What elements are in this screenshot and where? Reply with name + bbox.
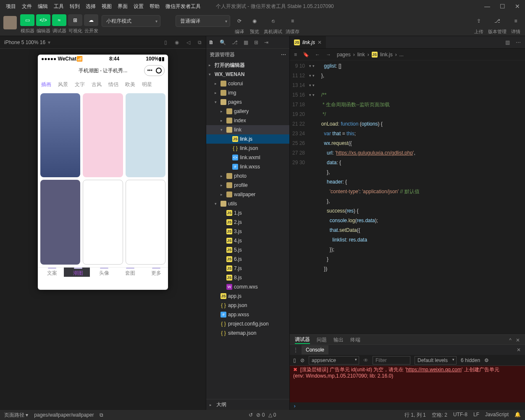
indent-info[interactable]: 空格: 2 xyxy=(432,412,447,419)
terminal-tab[interactable]: 终端 xyxy=(350,336,360,344)
clear-console-icon[interactable]: ▯ xyxy=(293,357,296,363)
error-link[interactable]: https://mp.weixin.qq.com xyxy=(406,367,462,373)
status-errors[interactable]: ⊘ 0 xyxy=(256,412,265,418)
language[interactable]: JavaScript xyxy=(485,412,509,419)
remote-debug-icon[interactable]: ⎋ xyxy=(267,15,279,27)
tree-item[interactable]: Wcomm.wxs xyxy=(206,282,289,291)
menu-item[interactable]: 项目 xyxy=(3,1,18,12)
tree-item[interactable]: JS6.js xyxy=(206,255,289,264)
output-tab[interactable]: 输出 xyxy=(333,336,344,344)
menu-item[interactable]: 视图 xyxy=(99,1,114,12)
breadcrumb[interactable]: pages›link›JSlink.js›... xyxy=(337,52,404,58)
visual-button[interactable]: ⊞ xyxy=(68,14,82,26)
tabbar-item[interactable]: 头像 xyxy=(90,268,116,277)
outline-section[interactable]: ▸大纲 xyxy=(206,399,289,410)
minimize-icon[interactable]: ― xyxy=(483,3,491,10)
hidden-count[interactable]: 6 hidden xyxy=(461,357,480,363)
console-eye-icon[interactable]: ⊘ xyxy=(300,357,304,363)
tree-item[interactable]: JS2.js xyxy=(206,218,289,227)
context-dropdown[interactable]: appservice xyxy=(309,356,359,365)
chevron-up-icon[interactable]: ^ xyxy=(509,337,512,343)
maximize-icon[interactable]: ☐ xyxy=(498,3,507,10)
ext3-icon[interactable]: ⇥ xyxy=(264,39,268,45)
wallpaper-card[interactable] xyxy=(126,93,165,177)
tree-item[interactable]: ▸photo xyxy=(206,171,289,181)
close-icon[interactable]: ✕ xyxy=(513,3,522,10)
console-tab[interactable]: Console xyxy=(302,345,328,354)
tree-item[interactable]: JS8.js xyxy=(206,273,289,282)
project-section[interactable]: ▾WX_WENAN xyxy=(206,70,289,79)
tree-item[interactable]: ▸img xyxy=(206,88,289,97)
tabbar-item[interactable]: 套图 xyxy=(116,268,142,277)
wallpaper-card[interactable] xyxy=(83,93,123,177)
menu-item[interactable]: 转到 xyxy=(67,1,82,12)
more-icon[interactable]: ⋯ xyxy=(516,39,521,45)
status-sync-icon[interactable]: ↺ xyxy=(249,412,253,418)
tab-close-icon[interactable]: ✕ xyxy=(318,39,322,45)
debugger-tab[interactable]: 调试器 xyxy=(295,336,310,344)
files-icon[interactable]: 🗎 xyxy=(209,39,214,45)
page-tab[interactable]: 欧美 xyxy=(125,81,135,88)
page-path[interactable]: pages/wallpaper/wallpaper xyxy=(34,412,94,418)
tree-item[interactable]: #app.wxss xyxy=(206,310,289,319)
compile-dropdown[interactable]: 普通编译 xyxy=(176,15,230,27)
sim-mute-icon[interactable]: ◁ xyxy=(186,39,190,45)
tree-item[interactable]: JSapp.js xyxy=(206,291,289,301)
tree-item[interactable]: JS5.js xyxy=(206,245,289,255)
explorer-menu-icon[interactable]: ⋯ xyxy=(281,52,286,58)
wallpaper-card[interactable] xyxy=(126,180,165,265)
version-icon[interactable]: ⎇ xyxy=(491,15,503,27)
bookmark-icon[interactable]: 🔖 xyxy=(303,52,309,58)
tree-item[interactable]: #link.wxss xyxy=(206,162,289,171)
compile-icon[interactable]: ⟳ xyxy=(234,15,245,27)
menu-item[interactable]: 设置 xyxy=(131,1,146,12)
status-warns[interactable]: △ 0 xyxy=(268,412,276,418)
editor-tab[interactable]: JS link.js ✕ xyxy=(290,36,326,48)
ext2-icon[interactable]: ⊞ xyxy=(254,39,258,45)
menu-item[interactable]: 微信开发者工具 xyxy=(163,1,203,12)
encoding[interactable]: UTF-8 xyxy=(453,412,467,419)
list-icon[interactable]: ≡ xyxy=(294,52,297,58)
cloud-button[interactable]: ☁ xyxy=(84,14,98,26)
tree-item[interactable]: ▸gallery xyxy=(206,107,289,116)
editor-button[interactable]: </> xyxy=(36,14,50,26)
tree-item[interactable]: ▸profile xyxy=(206,181,289,190)
capsule[interactable]: ••• xyxy=(144,65,165,76)
tabbar-item[interactable]: 潮图 xyxy=(64,268,90,277)
tree-item[interactable]: JS4.js xyxy=(206,236,289,245)
menu-item[interactable]: 界面 xyxy=(115,1,130,12)
console-collapse-icon[interactable]: ⋮ xyxy=(290,347,302,353)
mode-dropdown[interactable]: 小程序模式 xyxy=(102,15,160,27)
panel-close-icon[interactable]: ✕ xyxy=(516,337,520,343)
branch-icon[interactable]: ⎇ xyxy=(232,39,238,45)
console-gear-icon[interactable]: ⚙ xyxy=(484,357,489,363)
code-editor[interactable]: 9 10 11 12 13 14 15 16 17 18 19 20 21 22… xyxy=(290,60,525,334)
tree-item[interactable]: JS7.js xyxy=(206,264,289,273)
bell-icon[interactable]: 🔔 xyxy=(514,412,521,419)
tree-item[interactable]: JSlink.js xyxy=(206,134,289,144)
avatar[interactable] xyxy=(3,16,17,29)
forward-icon[interactable]: → xyxy=(326,52,331,58)
clear-cache-icon[interactable]: ≡ xyxy=(287,15,299,27)
tree-item[interactable]: ▸colorui xyxy=(206,79,289,88)
tree-item[interactable]: ▸wallpaper xyxy=(206,190,289,199)
tree-item[interactable]: ▾link xyxy=(206,125,289,134)
tree-item[interactable]: JS1.js xyxy=(206,208,289,218)
preview-icon[interactable]: ◉ xyxy=(249,15,260,27)
simulator-button[interactable]: ▭ xyxy=(20,14,34,26)
page-tab[interactable]: 风景 xyxy=(58,81,68,88)
console-prompt[interactable]: › xyxy=(290,402,525,410)
page-tab[interactable]: 古风 xyxy=(92,81,102,88)
page-tab[interactable]: 插画 xyxy=(41,81,51,88)
tree-item[interactable]: { }sitemap.json xyxy=(206,328,289,338)
page-path-label[interactable]: 页面路径 ▾ xyxy=(4,412,28,419)
wallpaper-card[interactable] xyxy=(40,180,80,265)
cursor-position[interactable]: 行 1, 列 1 xyxy=(404,412,426,419)
tree-item[interactable]: ▸index xyxy=(206,116,289,125)
eol[interactable]: LF xyxy=(473,412,479,419)
device-selector[interactable]: iPhone 5 100% 16 xyxy=(4,39,45,45)
menu-item[interactable]: 编辑 xyxy=(35,1,50,12)
page-tab[interactable]: 文字 xyxy=(75,81,85,88)
levels-dropdown[interactable]: Default levels xyxy=(415,356,457,365)
back-icon[interactable]: ← xyxy=(315,52,320,58)
